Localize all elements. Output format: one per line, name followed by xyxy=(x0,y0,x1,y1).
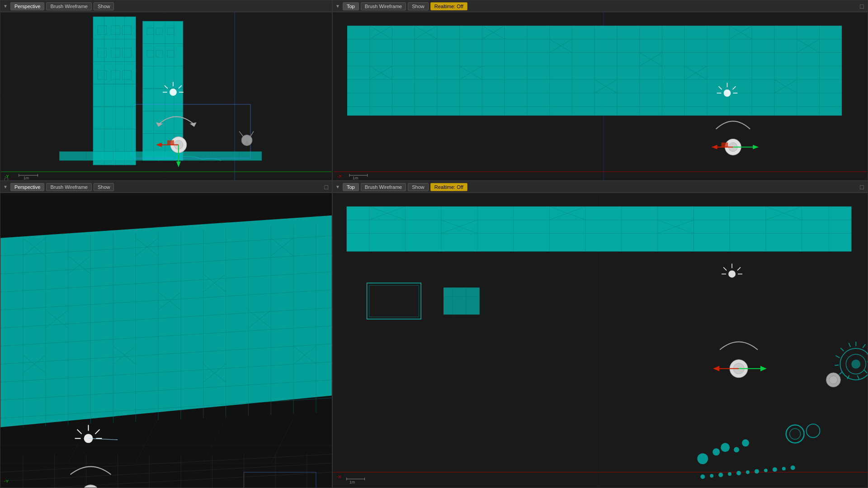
show-btn-br[interactable]: Show xyxy=(408,183,429,191)
toolbar-top-right: ▼ Top Brush Wireframe Show Realtime: Off… xyxy=(333,0,868,12)
svg-point-337 xyxy=(712,448,720,455)
svg-point-347 xyxy=(755,469,759,474)
view-label-br[interactable]: Top xyxy=(343,183,359,191)
viewport-top-left[interactable]: ▼ Perspective Brush Wireframe Show xyxy=(0,0,332,181)
brush-wireframe-btn-br[interactable]: Brush Wireframe xyxy=(361,183,406,191)
svg-rect-274 xyxy=(347,206,852,252)
viewport-bottom-right[interactable]: ▼ Top Brush Wireframe Show Realtime: Off… xyxy=(332,181,868,488)
canvas-top-right: -X 1m xyxy=(333,12,868,180)
svg-point-343 xyxy=(718,473,723,477)
view-label-bl[interactable]: Perspective xyxy=(10,183,44,191)
svg-rect-55 xyxy=(167,140,174,145)
toolbar-top-left: ▼ Perspective Brush Wireframe Show xyxy=(0,0,332,12)
viewport-menu-arrow-tr[interactable]: ▼ xyxy=(335,3,341,9)
viewport-menu-arrow-tl[interactable]: ▼ xyxy=(2,3,9,9)
svg-text:-Y: -Y xyxy=(4,479,9,483)
realtime-btn-tr[interactable]: Realtime: Off xyxy=(430,2,467,10)
svg-point-350 xyxy=(782,467,786,470)
show-btn-tr[interactable]: Show xyxy=(408,2,429,10)
brush-wireframe-btn-tl[interactable]: Brush Wireframe xyxy=(46,2,92,10)
svg-text:-X: -X xyxy=(337,174,342,178)
scene-svg-bottom-right: 1m -X xyxy=(333,193,868,488)
svg-line-332 xyxy=(835,365,839,366)
svg-text:1m: 1m xyxy=(353,176,358,180)
svg-rect-305 xyxy=(443,287,480,314)
svg-rect-5 xyxy=(93,17,136,165)
scene-svg-top-left: -Y 1m xyxy=(0,12,332,180)
view-label-tr[interactable]: Top xyxy=(343,2,359,10)
svg-point-361 xyxy=(829,376,837,384)
show-btn-tl[interactable]: Show xyxy=(94,2,114,10)
brush-wireframe-btn-tr[interactable]: Brush Wireframe xyxy=(361,2,406,10)
svg-text:1m: 1m xyxy=(24,176,29,180)
svg-point-336 xyxy=(697,453,708,464)
svg-point-342 xyxy=(710,474,713,478)
svg-point-338 xyxy=(721,443,730,452)
toolbar-bottom-left: ▼ Perspective Brush Wireframe Show □ xyxy=(0,181,332,193)
svg-point-323 xyxy=(851,360,860,369)
maximize-btn-br[interactable]: □ xyxy=(859,183,866,191)
viewport-menu-arrow-bl[interactable]: ▼ xyxy=(2,183,9,190)
show-btn-bl[interactable]: Show xyxy=(94,183,114,191)
svg-point-339 xyxy=(734,447,739,452)
viewport-grid: ▼ Perspective Brush Wireframe Show xyxy=(0,0,868,488)
scene-svg-bottom-left: -Y xyxy=(0,193,332,488)
maximize-btn-bl[interactable]: □ xyxy=(323,183,330,191)
scene-svg-top-right: -X 1m xyxy=(333,12,868,180)
canvas-bottom-left: -Y xyxy=(0,193,332,488)
canvas-bottom-right: 1m -X xyxy=(333,193,868,488)
svg-point-136 xyxy=(724,89,731,97)
toolbar-bottom-right: ▼ Top Brush Wireframe Show Realtime: Off… xyxy=(333,181,868,193)
svg-point-348 xyxy=(764,469,768,472)
svg-point-344 xyxy=(728,472,731,476)
viewport-menu-arrow-br[interactable]: ▼ xyxy=(335,183,341,190)
viewport-top-right[interactable]: ▼ Top Brush Wireframe Show Realtime: Off… xyxy=(332,0,868,181)
svg-point-315 xyxy=(728,270,736,277)
svg-point-341 xyxy=(700,474,705,479)
svg-point-58 xyxy=(170,89,177,96)
svg-point-351 xyxy=(791,465,795,470)
svg-point-349 xyxy=(773,467,777,472)
svg-text:-X: -X xyxy=(337,474,341,479)
viewport-bottom-left[interactable]: ▼ Perspective Brush Wireframe Show □ xyxy=(0,181,332,488)
svg-point-346 xyxy=(746,470,750,474)
svg-point-340 xyxy=(742,439,749,446)
brush-wireframe-btn-bl[interactable]: Brush Wireframe xyxy=(46,183,92,191)
realtime-btn-br[interactable]: Realtime: Off xyxy=(430,183,467,191)
view-label-tl[interactable]: Perspective xyxy=(10,2,44,10)
maximize-btn-tr[interactable]: □ xyxy=(859,3,866,10)
svg-point-345 xyxy=(736,471,741,475)
svg-text:1m: 1m xyxy=(349,480,355,484)
canvas-top-left: -Y 1m xyxy=(0,12,332,180)
svg-rect-133 xyxy=(722,142,728,147)
